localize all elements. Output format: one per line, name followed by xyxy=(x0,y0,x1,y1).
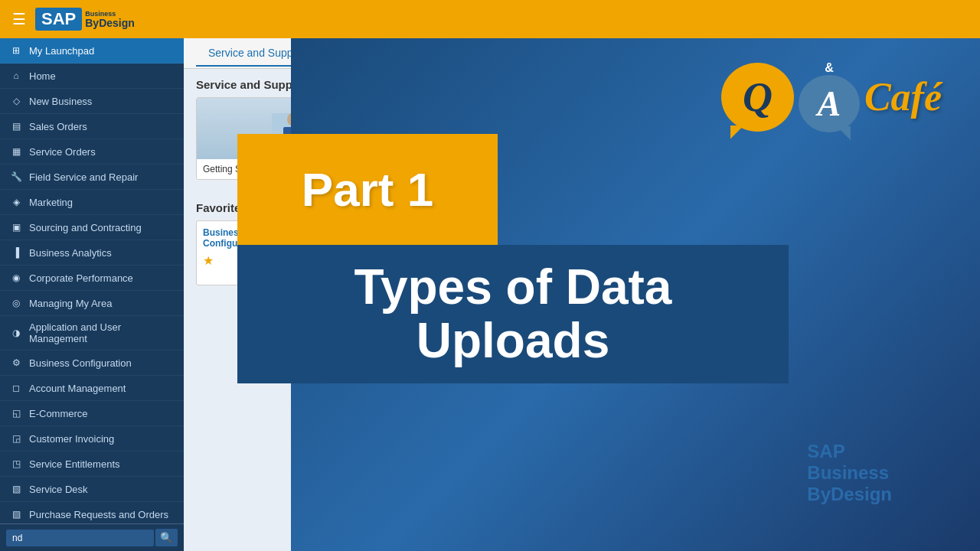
sidebar-item-sales-orders[interactable]: ▤ Sales Orders xyxy=(0,114,184,139)
search-button[interactable]: 🔍 xyxy=(155,529,178,546)
ampersand: & xyxy=(825,61,834,75)
sidebar-item-corporate-performance[interactable]: ◉ Corporate Performance xyxy=(0,266,184,291)
sidebar-item-label: Sales Orders xyxy=(29,121,87,132)
sidebar-item-label: Business Analytics xyxy=(29,247,112,259)
marketing-icon: ◈ xyxy=(9,195,23,209)
sales-orders-icon: ▤ xyxy=(9,119,23,133)
sidebar-item-label: New Business xyxy=(29,96,92,107)
service-orders-icon: ▦ xyxy=(9,145,23,158)
config-icon: ⚙ xyxy=(9,356,23,370)
ampersand-a: & A xyxy=(799,61,860,132)
sidebar-item-label: Corporate Performance xyxy=(29,272,133,284)
top-bar: ☰ SAP Business ByDesign xyxy=(0,0,980,38)
a-bubble: A xyxy=(799,75,860,132)
field-service-icon: 🔧 xyxy=(9,170,23,184)
sap-footer-text: SAP Business ByDesign xyxy=(807,441,892,505)
sidebar-item-label: Application and User Management xyxy=(29,321,175,344)
sidebar-item-business-analytics[interactable]: ▐ Business Analytics xyxy=(0,240,184,266)
sidebar-item-label: Sourcing and Contracting xyxy=(29,222,142,233)
part1-banner: Part 1 xyxy=(237,134,498,245)
sidebar-item-label: Business Configuration xyxy=(29,357,132,369)
types-line1: Types of Data xyxy=(268,260,758,314)
sidebar-item-service-orders[interactable]: ▦ Service Orders xyxy=(0,139,184,165)
home-icon: ⌂ xyxy=(9,69,23,83)
search-input[interactable] xyxy=(6,530,154,546)
cafe-text: Café xyxy=(864,74,942,119)
sidebar-item-service-desk[interactable]: ▧ Service Desk xyxy=(0,477,184,502)
types-uploads-banner: Types of Data Uploads xyxy=(237,245,789,383)
sidebar-item-label: E-Commerce xyxy=(29,408,88,419)
logo-bydesign-text: ByDesign xyxy=(85,18,135,28)
logo-sap: SAP xyxy=(35,8,82,31)
sidebar-item-label: Service Entitlements xyxy=(29,458,120,470)
types-line2: Uploads xyxy=(268,314,758,367)
analytics-icon: ▐ xyxy=(9,246,23,259)
sidebar-item-label: Service Desk xyxy=(29,484,88,495)
sidebar-item-customer-invoicing[interactable]: ◲ Customer Invoicing xyxy=(0,426,184,452)
logo-container: SAP Business ByDesign xyxy=(35,8,135,31)
new-business-icon: ◇ xyxy=(9,94,23,108)
account-icon: ◻ xyxy=(9,381,23,395)
sidebar-item-label: Marketing xyxy=(29,197,73,208)
sidebar-item-my-launchpad[interactable]: ⊞ My Launchpad xyxy=(0,38,184,64)
sidebar-item-label: My Launchpad xyxy=(29,45,94,57)
sidebar-item-label: Managing My Area xyxy=(29,298,112,309)
sidebar-item-business-config[interactable]: ⚙ Business Configuration xyxy=(0,350,184,376)
sidebar-item-service-entitlements[interactable]: ◳ Service Entitlements xyxy=(0,452,184,477)
sidebar-item-ecommerce[interactable]: ◱ E-Commerce xyxy=(0,401,184,426)
sidebar: ⊞ My Launchpad ⌂ Home ◇ New Business ▤ S… xyxy=(0,38,184,551)
corporate-icon: ◉ xyxy=(9,271,23,285)
sidebar-item-label: Purchase Requests and Orders xyxy=(29,509,168,520)
sourcing-icon: ▣ xyxy=(9,220,23,234)
sidebar-item-label: Account Management xyxy=(29,383,126,394)
sidebar-item-managing-my-area[interactable]: ◎ Managing My Area xyxy=(0,291,184,316)
logo-bydesign: Business ByDesign xyxy=(85,11,135,28)
ecommerce-icon: ◱ xyxy=(9,406,23,420)
q-bubble: Q xyxy=(721,63,794,132)
invoicing-icon: ◲ xyxy=(9,432,23,445)
sidebar-item-sourcing[interactable]: ▣ Sourcing and Contracting xyxy=(0,215,184,240)
sidebar-item-label: Field Service and Repair xyxy=(29,171,138,183)
launchpad-icon: ⊞ xyxy=(9,44,23,57)
sidebar-item-label: Service Orders xyxy=(29,146,96,158)
service-desk-icon: ▧ xyxy=(9,482,23,496)
qa-cafe-logo: Q & A Café xyxy=(721,61,942,132)
sidebar-item-new-business[interactable]: ◇ New Business xyxy=(0,89,184,114)
managing-icon: ◎ xyxy=(9,296,23,310)
q-letter: Q xyxy=(743,73,773,121)
sidebar-item-account-mgmt[interactable]: ◻ Account Management xyxy=(0,376,184,401)
sidebar-search: 🔍 xyxy=(0,523,184,551)
sidebar-item-field-service[interactable]: 🔧 Field Service and Repair xyxy=(0,165,184,190)
sidebar-item-home[interactable]: ⌂ Home xyxy=(0,64,184,89)
sidebar-item-label: Home xyxy=(29,70,56,82)
a-letter: A xyxy=(818,83,841,124)
entitlements-icon: ◳ xyxy=(9,457,23,471)
sidebar-item-marketing[interactable]: ◈ Marketing xyxy=(0,190,184,215)
sidebar-item-label: Customer Invoicing xyxy=(29,433,114,445)
purchase-icon: ▨ xyxy=(9,507,23,521)
app-user-icon: ◑ xyxy=(9,326,23,340)
hamburger-icon[interactable]: ☰ xyxy=(12,10,26,28)
part1-text: Part 1 xyxy=(302,162,433,217)
sidebar-item-app-user-mgmt[interactable]: ◑ Application and User Management xyxy=(0,316,184,350)
